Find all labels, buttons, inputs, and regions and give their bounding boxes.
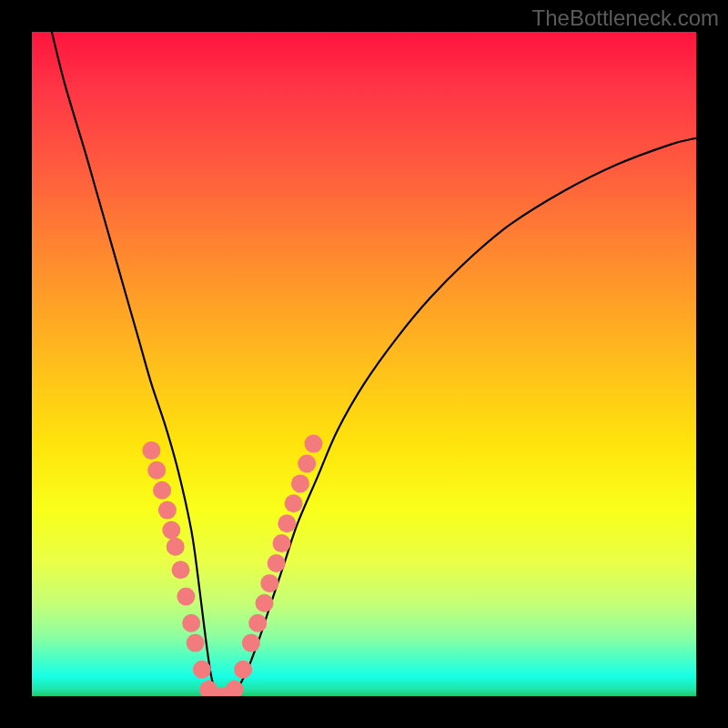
bottleneck-curve	[52, 32, 696, 698]
marker-dot	[278, 514, 296, 532]
marker-dot	[153, 481, 171, 500]
marker-dot	[248, 614, 267, 632]
marker-dot	[172, 561, 190, 579]
marker-dot	[162, 521, 180, 540]
marker-dot	[182, 614, 200, 632]
chart-frame: TheBottleneck.com	[0, 0, 728, 728]
marker-dot	[187, 634, 205, 652]
chart-svg	[32, 32, 696, 696]
frame-border-left	[0, 0, 32, 728]
watermark-text: TheBottleneck.com	[532, 5, 719, 31]
marker-dot	[260, 574, 278, 592]
marker-dot	[242, 634, 260, 652]
marker-dots-group	[142, 435, 322, 705]
frame-border-bottom	[0, 696, 728, 728]
marker-dot	[167, 538, 185, 556]
marker-dot	[273, 534, 291, 552]
marker-dot	[305, 435, 323, 453]
marker-dot	[298, 455, 316, 473]
marker-dot	[193, 661, 211, 679]
marker-dot	[256, 594, 274, 612]
marker-dot	[142, 441, 160, 460]
marker-dot	[147, 461, 166, 480]
marker-dot	[285, 494, 303, 512]
marker-dot	[158, 501, 177, 520]
marker-dot	[268, 554, 286, 572]
marker-dot	[177, 588, 195, 606]
frame-border-right	[696, 0, 728, 728]
marker-dot	[291, 474, 309, 492]
marker-dot	[234, 661, 252, 679]
